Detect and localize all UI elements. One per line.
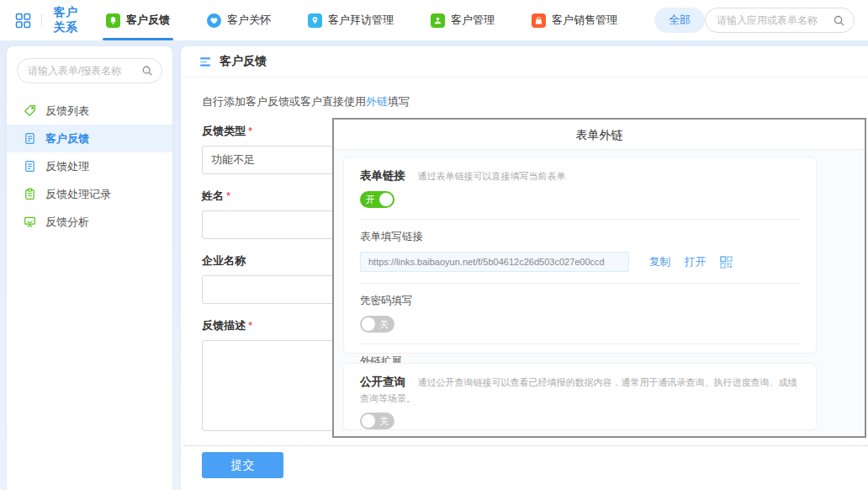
tab-customer-management[interactable]: 客户管理 (431, 0, 495, 40)
form-intro-text: 自行添加客户反馈或客户直接使用外链填写 (202, 94, 868, 109)
intro-suffix: 填写 (388, 95, 410, 108)
app-tabs: 客户反馈 客户关怀 客户拜访管理 客户管理 客户销售管理 (106, 0, 654, 40)
tab-customer-feedback[interactable]: 客户反馈 (106, 0, 170, 40)
tag-icon (24, 104, 36, 117)
fill-link-label: 表单填写链接 (360, 230, 800, 244)
form-external-link-modal: 表单外链 表单链接 通过表单链接可以直接填写当前表单 开 表单填写链接 复制 打… (332, 118, 866, 438)
sidebar: 反馈列表 客户反馈 反馈处理 反馈处理记录 反馈分析 (7, 46, 172, 490)
toggle-state-label: 关 (379, 413, 389, 429)
sidebar-item-handling-records[interactable]: 反馈处理记录 (7, 180, 172, 208)
form-list-icon (199, 56, 212, 68)
sidebar-item-label: 客户反馈 (45, 131, 89, 146)
sidebar-item-feedback-analysis[interactable]: 反馈分析 (7, 208, 172, 236)
label-text: 反馈类型 (202, 125, 246, 137)
toggle-knob (362, 317, 375, 331)
tab-label: 客户拜访管理 (328, 13, 394, 28)
password-section: 凭密码填写 关 (360, 284, 800, 344)
fill-link-row: 复制 打开 (360, 252, 800, 272)
sidebar-item-label: 反馈分析 (45, 215, 89, 230)
sidebar-item-customer-feedback[interactable]: 客户反馈 (7, 125, 172, 152)
toggle-state-label: 开 (366, 191, 375, 208)
sidebar-item-label: 反馈列表 (45, 104, 89, 119)
public-query-hint: 通过公开查询链接可以查看已经填报的数据内容，通常用于通讯录查询、执行进度查询、成… (360, 377, 797, 403)
form-search-input[interactable] (28, 65, 141, 77)
public-query-toggle[interactable]: 关 (360, 413, 394, 429)
document-icon (24, 132, 36, 145)
submit-button[interactable]: 提交 (202, 452, 283, 478)
presentation-chart-icon (24, 216, 36, 228)
customer-person-icon (431, 13, 445, 28)
copy-link-button[interactable]: 复制 (649, 255, 670, 269)
password-toggle[interactable]: 关 (360, 316, 394, 333)
label-text: 企业名称 (202, 254, 246, 267)
required-asterisk: * (226, 189, 230, 202)
all-apps-button[interactable]: 全部 (654, 8, 705, 33)
fill-link-section: 表单填写链接 复制 打开 (360, 220, 800, 284)
password-label: 凭密码填写 (360, 294, 800, 308)
tab-sales-management[interactable]: 客户销售管理 (532, 0, 617, 40)
visit-pin-icon (308, 13, 322, 28)
sidebar-item-feedback-list[interactable]: 反馈列表 (7, 97, 172, 125)
tab-visit-management[interactable]: 客户拜访管理 (308, 0, 394, 40)
tab-label: 客户管理 (451, 13, 495, 28)
label-text: 姓名 (202, 189, 224, 202)
search-icon[interactable] (833, 14, 845, 27)
search-icon[interactable] (141, 65, 153, 77)
form-link-card: 表单链接 通过表单链接可以直接填写当前表单 开 表单填写链接 复制 打开 (343, 157, 817, 354)
form-url-input[interactable] (360, 252, 629, 272)
tab-label: 客户关怀 (227, 13, 271, 28)
nav-divider (41, 14, 42, 27)
footer-divider (183, 445, 868, 446)
modal-title: 表单外链 (334, 120, 865, 150)
tab-customer-care[interactable]: 客户关怀 (207, 0, 271, 40)
clipboard-icon (24, 188, 36, 200)
tab-label: 客户反馈 (126, 13, 170, 28)
public-query-section: 公开查询 通过公开查询链接可以查看已经填报的数据内容，通常用于通讯录查询、执行进… (360, 364, 800, 440)
app-search-input[interactable] (717, 14, 833, 26)
document-icon (24, 160, 36, 173)
nav-home-label[interactable]: 客户关系 (54, 5, 82, 35)
sidebar-item-label: 反馈处理 (45, 159, 89, 174)
public-query-card: 公开查询 通过公开查询链接可以查看已经填报的数据内容，通常用于通讯录查询、执行进… (343, 363, 817, 430)
sidebar-menu: 反馈列表 客户反馈 反馈处理 反馈处理记录 反馈分析 (7, 97, 172, 236)
required-asterisk: * (248, 319, 252, 332)
toggle-knob (362, 414, 375, 428)
form-link-hint: 通过表单链接可以直接填写当前表单 (417, 171, 565, 181)
page-header: 客户反馈 (181, 46, 868, 77)
form-link-toggle[interactable]: 开 (360, 191, 394, 208)
sidebar-item-label: 反馈处理记录 (45, 187, 111, 202)
required-asterisk: * (248, 125, 252, 137)
external-link[interactable]: 外链 (366, 95, 388, 108)
page-title: 客户反馈 (220, 54, 267, 69)
form-link-label: 表单链接 (360, 169, 405, 182)
public-query-label: 公开查询 (360, 375, 405, 388)
sidebar-item-feedback-handling[interactable]: 反馈处理 (7, 152, 172, 180)
care-heart-icon (207, 13, 221, 28)
form-search-box (17, 58, 162, 83)
app-search-box (705, 8, 855, 33)
sales-bag-icon (532, 13, 546, 28)
toggle-state-label: 关 (379, 316, 389, 333)
form-link-section: 表单链接 通过表单链接可以直接填写当前表单 开 (360, 157, 800, 220)
active-tab-underline (103, 38, 173, 40)
intro-prefix: 自行添加客户反馈或客户直接使用 (202, 95, 366, 108)
modal-body: 表单链接 通过表单链接可以直接填写当前表单 开 表单填写链接 复制 打开 (334, 151, 865, 436)
top-navigation: 客户关系 客户反馈 客户关怀 客户拜访管理 客户管理 (0, 0, 868, 40)
tab-label: 客户销售管理 (552, 13, 617, 28)
apps-grid-icon[interactable] (15, 13, 31, 29)
toggle-knob (379, 193, 393, 206)
open-link-button[interactable]: 打开 (685, 255, 706, 269)
feedback-bell-icon (106, 13, 120, 28)
label-text: 反馈描述 (202, 319, 246, 332)
qrcode-icon[interactable] (720, 256, 733, 269)
